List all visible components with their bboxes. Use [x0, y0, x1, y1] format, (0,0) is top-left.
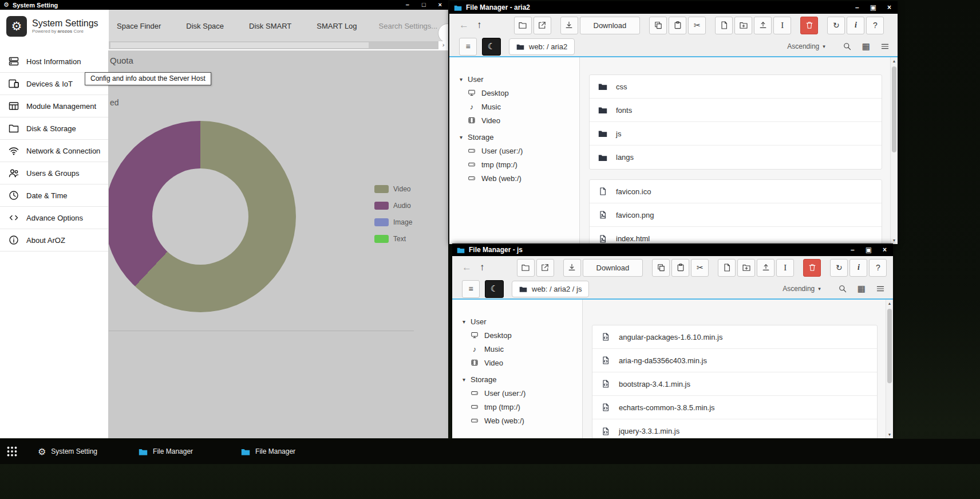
menu-button[interactable]: ≡: [459, 38, 477, 56]
maximize-button[interactable]: ▣: [870, 4, 876, 11]
minimize-button[interactable]: –: [851, 246, 855, 253]
tree-section-user[interactable]: ▾ User: [449, 72, 579, 86]
rename-button[interactable]: I: [773, 17, 791, 34]
close-button[interactable]: ×: [883, 246, 887, 253]
delete-button[interactable]: [800, 17, 818, 34]
search-icon[interactable]: [838, 284, 847, 293]
new-file-button[interactable]: [718, 259, 736, 277]
upload-button[interactable]: [754, 17, 772, 34]
scroll-down-icon[interactable]: ▼: [888, 433, 892, 437]
cut-button[interactable]: ✂: [691, 259, 709, 277]
sidebar-item-network-connection[interactable]: Network & Connection: [0, 140, 108, 162]
download-icon-button[interactable]: [563, 259, 581, 277]
theme-toggle-button[interactable]: ☾: [485, 280, 504, 298]
grid-view-icon[interactable]: ▦: [862, 41, 870, 52]
app-launcher-button[interactable]: [6, 445, 18, 458]
taskbar-item-file-manager-1[interactable]: File Manager: [139, 447, 193, 456]
tree-item-desktop[interactable]: Desktop: [452, 328, 582, 342]
tree-item-user-drive[interactable]: User (user:/): [452, 386, 582, 400]
menu-button[interactable]: ≡: [462, 280, 480, 298]
rename-button[interactable]: I: [776, 259, 794, 277]
tree-section-storage[interactable]: ▾ Storage: [449, 130, 579, 144]
file-row-langs[interactable]: langs: [590, 146, 882, 169]
new-folder-button[interactable]: [734, 17, 752, 34]
copy-button[interactable]: [649, 17, 667, 34]
legend-item-audio[interactable]: Audio: [374, 202, 412, 210]
tab-disk-smart[interactable]: Disk SMART: [249, 22, 291, 30]
scroll-up-icon[interactable]: ▲: [888, 301, 892, 305]
sidebar-item-host-information[interactable]: Host Information: [0, 50, 108, 73]
paste-button[interactable]: [669, 17, 686, 34]
download-icon-button[interactable]: [560, 17, 578, 34]
upload-button[interactable]: [757, 259, 774, 277]
tree-item-tmp-drive[interactable]: tmp (tmp:/): [452, 400, 582, 414]
settings-search-input[interactable]: [379, 22, 446, 30]
taskbar-item-system-setting[interactable]: ⚙ System Setting: [38, 446, 97, 457]
tab-space-finder[interactable]: Space Finder: [117, 22, 161, 30]
maximize-button[interactable]: ▣: [866, 246, 872, 253]
file-manager-titlebar[interactable]: File Manager - aria2 – ▣ ×: [449, 1, 898, 14]
search-icon[interactable]: [843, 42, 852, 51]
sidebar-item-date-time[interactable]: Date & Time: [0, 184, 108, 207]
tree-section-storage[interactable]: ▾ Storage: [452, 372, 582, 386]
file-row-bootstrap[interactable]: bootstrap-3.4.1.min.js: [592, 372, 877, 396]
legend-item-video[interactable]: Video: [374, 185, 412, 193]
tabs-scrollbar[interactable]: ›: [109, 41, 448, 49]
file-row-echarts[interactable]: echarts-common-3.8.5.min.js: [592, 396, 877, 419]
info-button[interactable]: i: [847, 17, 864, 34]
open-folder-button[interactable]: [517, 259, 535, 277]
list-view-icon[interactable]: [876, 284, 885, 293]
file-row-js[interactable]: js: [590, 122, 882, 146]
sidebar-item-disk-storage[interactable]: Disk & Storage: [0, 117, 108, 140]
download-button[interactable]: Download: [580, 17, 641, 34]
help-button[interactable]: ?: [866, 17, 884, 34]
tree-item-video[interactable]: Video: [449, 113, 579, 127]
new-file-button[interactable]: [715, 17, 733, 34]
scroll-right-icon[interactable]: ›: [438, 41, 448, 49]
close-button[interactable]: ×: [438, 2, 442, 8]
tree-item-web-drive[interactable]: Web (web:/): [449, 171, 579, 185]
file-row-jquery[interactable]: jquery-3.3.1.min.js: [592, 419, 877, 438]
tree-item-tmp-drive[interactable]: tmp (tmp:/): [449, 158, 579, 171]
open-folder-button[interactable]: [514, 17, 532, 34]
minimize-button[interactable]: –: [406, 2, 409, 8]
theme-toggle-button[interactable]: ☾: [482, 38, 501, 56]
tab-disk-space[interactable]: Disk Space: [186, 22, 224, 30]
refresh-button[interactable]: ↻: [827, 17, 845, 34]
up-icon[interactable]: ↑: [477, 19, 482, 31]
file-row-fonts[interactable]: fonts: [590, 99, 882, 122]
system-setting-titlebar[interactable]: ⚙ System Setting – □ ×: [0, 0, 448, 10]
back-icon[interactable]: ←: [462, 262, 472, 273]
scroll-down-icon[interactable]: ▼: [892, 238, 896, 242]
scroll-up-icon[interactable]: ▲: [892, 59, 896, 63]
legend-item-image[interactable]: Image: [374, 218, 412, 226]
file-row-aria-ng[interactable]: aria-ng-da5356c403.min.js: [592, 349, 877, 372]
back-icon[interactable]: ←: [459, 19, 469, 31]
tab-smart-log[interactable]: SMART Log: [317, 22, 357, 30]
sort-order-select[interactable]: Ascending ▾: [783, 285, 821, 293]
legend-item-text[interactable]: Text: [374, 235, 412, 243]
file-row-css[interactable]: css: [590, 75, 882, 99]
grid-view-icon[interactable]: ▦: [858, 284, 866, 294]
delete-button[interactable]: [803, 259, 821, 277]
scrollbar[interactable]: ▲ ▼: [886, 300, 893, 438]
open-external-button[interactable]: [536, 259, 554, 277]
open-external-button[interactable]: [534, 17, 551, 34]
file-row-index-html[interactable]: index.html: [590, 227, 882, 244]
close-button[interactable]: ×: [887, 4, 891, 11]
info-button[interactable]: i: [849, 259, 867, 277]
tree-item-user-drive[interactable]: User (user:/): [449, 144, 579, 158]
paste-button[interactable]: [671, 259, 689, 277]
file-row-favicon-ico[interactable]: favicon.ico: [590, 180, 882, 203]
taskbar-item-file-manager-2[interactable]: File Manager: [241, 447, 295, 456]
copy-button[interactable]: [652, 259, 670, 277]
download-button[interactable]: Download: [583, 259, 643, 277]
sidebar-item-users-groups[interactable]: Users & Groups: [0, 162, 108, 184]
cut-button[interactable]: ✂: [688, 17, 706, 34]
breadcrumb[interactable]: web: / aria2: [509, 38, 575, 55]
file-manager-titlebar[interactable]: File Manager - js – ▣ ×: [452, 243, 893, 256]
scrollbar[interactable]: ▲ ▼: [890, 57, 898, 244]
sidebar-item-module-management[interactable]: Module Management: [0, 95, 108, 117]
tree-section-user[interactable]: ▾ User: [452, 315, 582, 328]
sort-order-select[interactable]: Ascending ▾: [787, 42, 825, 50]
